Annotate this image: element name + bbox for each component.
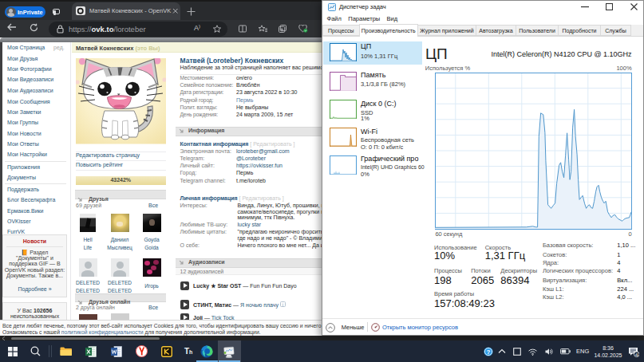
svg-text:?: ? (487, 348, 491, 355)
svg-text:4: 4 (635, 352, 638, 357)
